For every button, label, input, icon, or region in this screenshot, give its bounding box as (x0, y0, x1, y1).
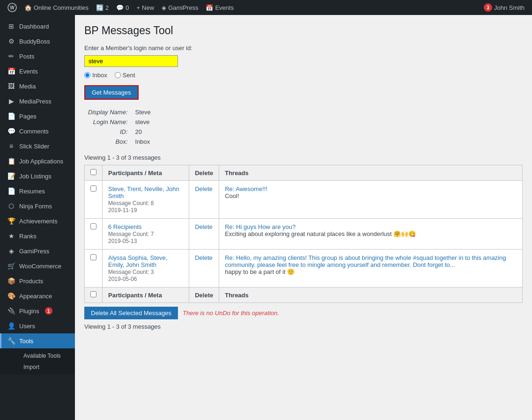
sidebar-item-users[interactable]: 👤 Users (0, 318, 75, 333)
events-item[interactable]: 📅 Events (202, 0, 237, 15)
new-label: New (142, 4, 154, 11)
sidebar-item-woocommerce[interactable]: 🛒 WooCommerce (0, 258, 75, 273)
footer-threads: Threads (219, 287, 523, 303)
sidebar-item-appearance[interactable]: 🎨 Appearance (0, 288, 75, 303)
box-radio-group: Inbox Sent (84, 72, 523, 79)
gamipress-item[interactable]: ◈ GamiPress (158, 0, 202, 15)
notification-badge: 3 (484, 3, 492, 12)
delete-link[interactable]: Delete (195, 254, 213, 261)
sidebar-item-products[interactable]: 📦 Products (0, 273, 75, 288)
message-date: 2019-11-19 (108, 207, 137, 214)
display-name-row: Display Name: Steve (84, 107, 155, 117)
footer-select-all-checkbox[interactable] (90, 291, 96, 297)
events-label: Events (215, 4, 234, 11)
row-checkbox-2[interactable] (90, 254, 96, 260)
select-all-checkbox[interactable] (90, 169, 96, 175)
member-input[interactable] (84, 55, 178, 67)
messages-table-body: Steve, Trent, Neville, John Smith Messag… (85, 181, 523, 287)
row-checkbox-0[interactable] (90, 185, 96, 192)
inbox-radio-label[interactable]: Inbox (84, 72, 107, 79)
sidebar-item-slick-slider[interactable]: ≡ Slick Slider (0, 139, 75, 154)
sent-radio[interactable] (115, 72, 121, 78)
participant-link[interactable]: Alyssa Sophia, Steve, Emily, John Smith (108, 254, 167, 268)
sidebar-item-buddyboss[interactable]: ⚙ BuddyBoss (0, 34, 75, 49)
slick-slider-icon: ≡ (7, 142, 15, 150)
resumes-icon: 📄 (7, 187, 15, 195)
sidebar-item-events[interactable]: 📅 Events (0, 64, 75, 79)
appearance-icon: 🎨 (7, 292, 15, 300)
sidebar-item-comments[interactable]: 💬 Comments (0, 124, 75, 139)
sidebar-item-achievements[interactable]: 🏆 Achievements (0, 214, 75, 228)
sidebar-item-label: Comments (19, 128, 49, 135)
sidebar-item-mediapress[interactable]: ▶ MediaPress (0, 94, 75, 109)
no-undo-text: There is no UnDo for this operation. (183, 309, 279, 317)
sidebar-item-label: Pages (19, 113, 37, 120)
sidebar-item-label: Events (19, 68, 38, 75)
bottom-action-bar: Delete All Selected Messages There is no… (84, 307, 523, 319)
site-name-item[interactable]: 🏠 Online Communities (21, 0, 92, 15)
viewing-bottom: Viewing 1 - 3 of 3 messages (84, 323, 523, 330)
tools-submenu: Available Tools Import (0, 348, 75, 375)
sidebar-item-tools[interactable]: 🔧 Tools (0, 333, 75, 348)
sidebar-sub-available-tools[interactable]: Available Tools (18, 350, 75, 361)
participant-link[interactable]: Steve, Trent, Neville, John Smith (108, 185, 179, 199)
sidebar-item-pages[interactable]: 📄 Pages (0, 109, 75, 124)
new-item[interactable]: + New (133, 0, 158, 15)
sidebar-item-label: Users (19, 323, 35, 330)
sidebar-item-label: Slick Slider (19, 143, 49, 150)
products-icon: 📦 (7, 277, 15, 285)
sidebar-item-ranks[interactable]: ★ Ranks (0, 228, 75, 243)
sidebar-item-media[interactable]: 🖼 Media (0, 79, 75, 94)
row-checkbox-1[interactable] (90, 223, 96, 229)
table-row: Steve, Trent, Neville, John Smith Messag… (85, 181, 523, 219)
sidebar-item-gamipress[interactable]: ◈ GamiPress (0, 243, 75, 258)
thread-subject-link[interactable]: Re: Hello, my amazing clients! This grou… (225, 254, 506, 268)
comments-count: 0 (126, 4, 129, 11)
row-participants-cell: Alyssa Sophia, Steve, Emily, John Smith … (103, 250, 189, 287)
delete-link[interactable]: Delete (195, 223, 213, 230)
get-messages-container: Get Messages (84, 83, 523, 100)
sidebar-item-label: Products (19, 278, 43, 285)
ninja-forms-icon: ⬡ (7, 202, 15, 210)
comments-item[interactable]: 💬 0 (112, 0, 133, 15)
user-info: Display Name: Steve Login Name: steve ID… (84, 107, 523, 147)
row-participants-cell: Steve, Trent, Neville, John Smith Messag… (103, 181, 189, 219)
wp-logo-item[interactable]: W (4, 0, 21, 15)
login-name-row: Login Name: steve (84, 117, 155, 127)
user-item[interactable]: 3 John Smith (480, 0, 528, 15)
sent-radio-label[interactable]: Sent (115, 72, 135, 79)
woocommerce-icon: 🛒 (7, 262, 15, 270)
main-content: BP Messages Tool Enter a Member's login … (75, 15, 532, 420)
svg-text:W: W (10, 5, 15, 10)
sidebar-item-resumes[interactable]: 📄 Resumes (0, 184, 75, 199)
header-threads: Threads (219, 165, 523, 181)
gamipress-label: GamiPress (168, 4, 198, 11)
participant-link[interactable]: 6 Recipients (108, 223, 142, 230)
gamipress-nav-icon: ◈ (7, 247, 15, 255)
sidebar-item-job-applications[interactable]: 📋 Job Applications (0, 154, 75, 169)
message-count: Message Count: 3 (108, 269, 154, 275)
sidebar-item-dashboard[interactable]: ⊞ Dashboard (0, 19, 75, 34)
sidebar-item-label: Ranks (19, 233, 37, 240)
pages-icon: 📄 (7, 112, 15, 120)
row-thread-cell: Re: Hello, my amazing clients! This grou… (219, 250, 523, 287)
user-name: John Smith (494, 4, 525, 11)
get-messages-button[interactable]: Get Messages (84, 85, 139, 100)
sidebar-item-ninja-forms[interactable]: ⬡ Ninja Forms (0, 199, 75, 214)
sidebar-item-label: Posts (19, 53, 35, 60)
posts-icon: ✏ (7, 52, 15, 60)
thread-subject-link[interactable]: Re: Awesome!!! (225, 185, 267, 192)
row-delete-cell: Delete (189, 181, 219, 219)
sidebar-item-job-listings[interactable]: 📝 Job Listings (0, 169, 75, 184)
messages-table: Participants / Meta Delete Threads Steve… (84, 165, 523, 303)
updates-item[interactable]: 🔄 2 (92, 0, 112, 15)
delete-all-button[interactable]: Delete All Selected Messages (84, 307, 178, 319)
inbox-radio[interactable] (84, 72, 90, 78)
gamipress-icon: ◈ (162, 4, 166, 11)
delete-link[interactable]: Delete (195, 185, 213, 192)
viewing-top: Viewing 1 - 3 of 3 messages (84, 154, 523, 161)
sidebar-item-plugins[interactable]: 🔌 Plugins 1 (0, 303, 75, 318)
sidebar-sub-import[interactable]: Import (18, 361, 75, 373)
thread-subject-link[interactable]: Re: Hi guys How are you? (225, 223, 296, 230)
sidebar-item-posts[interactable]: ✏ Posts (0, 49, 75, 64)
